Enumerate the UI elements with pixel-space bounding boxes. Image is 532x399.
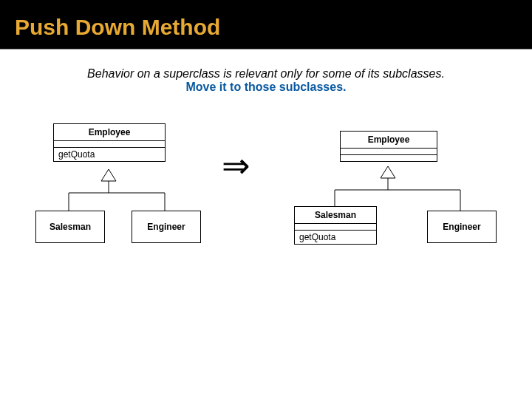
svg-marker-5 (381, 166, 395, 178)
description-line1: Behavior on a superclass is relevant onl… (87, 67, 445, 80)
description: Behavior on a superclass is relevant onl… (37, 67, 495, 94)
uml-diagram: Employee getQuota Salesman Engineer ⇒ Em… (0, 116, 532, 323)
slide-title: Push Down Method (0, 0, 532, 50)
after-inheritance-lines (0, 116, 532, 264)
description-line2: Move it to those subclasses. (186, 81, 347, 93)
